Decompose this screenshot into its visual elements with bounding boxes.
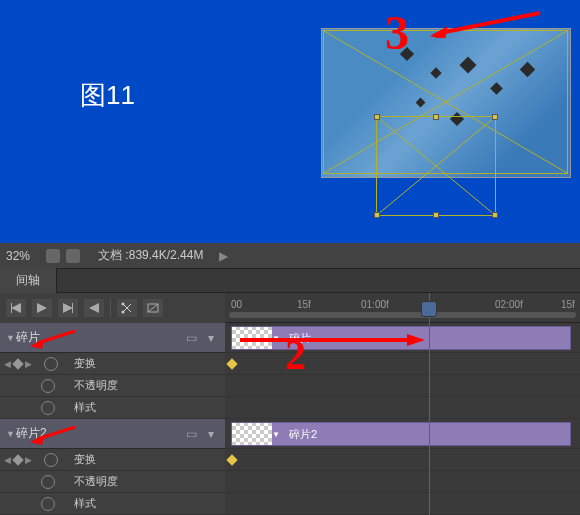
property-label: 不透明度: [62, 378, 225, 393]
timeline-panel: ▼ 碎片 ▭ ▾ ◀▶ 变换 不透明度 样式 ▼ 碎片2 ▭ ▾: [0, 293, 580, 515]
keyframe-diamond-icon[interactable]: [12, 358, 23, 369]
ruler-tick: 15f: [297, 299, 311, 310]
stopwatch-icon[interactable]: [44, 453, 58, 467]
resize-handle[interactable]: [433, 212, 439, 218]
annotation-arrow-3: [430, 8, 550, 38]
keyframe-diamond-icon[interactable]: [12, 454, 23, 465]
annotation-number-3: 3: [385, 5, 409, 60]
svg-line-15: [148, 304, 158, 312]
playback-controls: [0, 293, 225, 323]
svg-marker-6: [11, 303, 21, 313]
stopwatch-icon[interactable]: [44, 357, 58, 371]
track-prop-row[interactable]: [225, 375, 580, 397]
filmstrip-icon[interactable]: ▭: [183, 426, 199, 442]
status-icon[interactable]: [46, 249, 60, 263]
first-frame-button[interactable]: [6, 299, 26, 317]
resize-handle[interactable]: [492, 212, 498, 218]
canvas-label: 图11: [80, 78, 135, 113]
layer-header[interactable]: ▼ 碎片2 ▭ ▾: [0, 419, 225, 449]
clip[interactable]: ▼ 碎片2: [231, 422, 571, 446]
svg-line-4: [440, 13, 540, 33]
clip-label: 碎片2: [283, 427, 323, 442]
track-row[interactable]: ▼ 碎片2: [225, 419, 580, 449]
clip-thumbnail: [232, 327, 272, 349]
resize-handle[interactable]: [374, 212, 380, 218]
collapse-icon[interactable]: ▼: [6, 333, 16, 343]
property-row[interactable]: ◀▶ 变换: [0, 353, 225, 375]
keyframe-icon[interactable]: [226, 454, 237, 465]
svg-rect-7: [11, 303, 12, 313]
property-label: 不透明度: [62, 474, 225, 489]
preview-image[interactable]: [321, 28, 571, 178]
time-ruler[interactable]: 00 15f 01:00f 02:00f 15f: [225, 293, 580, 323]
playhead[interactable]: [429, 293, 430, 515]
ruler-tick: 02:00f: [495, 299, 523, 310]
play-button[interactable]: [32, 299, 52, 317]
svg-marker-11: [89, 303, 99, 313]
chevron-right-icon[interactable]: ▶: [219, 249, 228, 263]
keyframe-icon[interactable]: [226, 358, 237, 369]
clip[interactable]: ▼ 碎片: [231, 326, 571, 350]
expand-icon[interactable]: ▼: [272, 430, 280, 439]
clip-thumbnail: [232, 423, 272, 445]
status-bar: 32% 文档 :839.4K/2.44M ▶: [0, 243, 580, 269]
property-label: 样式: [62, 496, 225, 511]
next-frame-button[interactable]: [58, 299, 78, 317]
audio-button[interactable]: [84, 299, 104, 317]
property-row[interactable]: 不透明度: [0, 471, 225, 493]
filmstrip-icon[interactable]: ▭: [183, 330, 199, 346]
svg-point-12: [122, 303, 125, 306]
property-row[interactable]: 不透明度: [0, 375, 225, 397]
property-row[interactable]: 样式: [0, 397, 225, 419]
property-label: 样式: [62, 400, 225, 415]
track-row[interactable]: ▼ 碎片: [225, 323, 580, 353]
property-row[interactable]: 样式: [0, 493, 225, 515]
menu-icon[interactable]: ▾: [203, 426, 219, 442]
playhead-head-icon[interactable]: [421, 301, 437, 317]
split-button[interactable]: [117, 299, 137, 317]
doc-size: 839.4K/2.44M: [129, 248, 204, 262]
svg-point-13: [122, 311, 125, 314]
svg-marker-8: [37, 303, 47, 313]
doc-label: 文档: [98, 248, 122, 262]
ruler-tick: 01:00f: [361, 299, 389, 310]
zoom-level[interactable]: 32%: [6, 249, 30, 263]
track-prop-row[interactable]: [225, 449, 580, 471]
svg-marker-5: [430, 26, 448, 38]
property-row[interactable]: ◀▶ 变换: [0, 449, 225, 471]
menu-icon[interactable]: ▾: [203, 330, 219, 346]
layer-list-panel: ▼ 碎片 ▭ ▾ ◀▶ 变换 不透明度 样式 ▼ 碎片2 ▭ ▾: [0, 293, 225, 515]
layer-name: 碎片2: [16, 425, 183, 442]
layer-header[interactable]: ▼ 碎片 ▭ ▾: [0, 323, 225, 353]
track-prop-row[interactable]: [225, 493, 580, 515]
svg-rect-10: [72, 303, 73, 313]
tab-bar: 间轴: [0, 269, 580, 293]
canvas-preview[interactable]: 图11 3: [0, 0, 580, 243]
svg-marker-9: [63, 303, 73, 313]
stopwatch-icon[interactable]: [41, 379, 55, 393]
stopwatch-icon[interactable]: [41, 497, 55, 511]
clip-label: 碎片: [283, 331, 317, 346]
ruler-tick: 15f: [561, 299, 575, 310]
transition-button[interactable]: [143, 299, 163, 317]
ruler-tick: 00: [231, 299, 242, 310]
status-icon[interactable]: [66, 249, 80, 263]
collapse-icon[interactable]: ▼: [6, 429, 16, 439]
stopwatch-icon[interactable]: [41, 475, 55, 489]
timeline-tracks[interactable]: 00 15f 01:00f 02:00f 15f ▼ 碎片 ▼ 碎片2: [225, 293, 580, 515]
property-label: 变换: [62, 452, 225, 467]
expand-icon[interactable]: ▼: [272, 334, 280, 343]
track-prop-row[interactable]: [225, 397, 580, 419]
property-label: 变换: [62, 356, 225, 371]
stopwatch-icon[interactable]: [41, 401, 55, 415]
layer-name: 碎片: [16, 329, 183, 346]
track-prop-row[interactable]: [225, 353, 580, 375]
track-prop-row[interactable]: [225, 471, 580, 493]
ruler-range[interactable]: [229, 312, 576, 318]
tab-timeline[interactable]: 间轴: [0, 268, 57, 293]
